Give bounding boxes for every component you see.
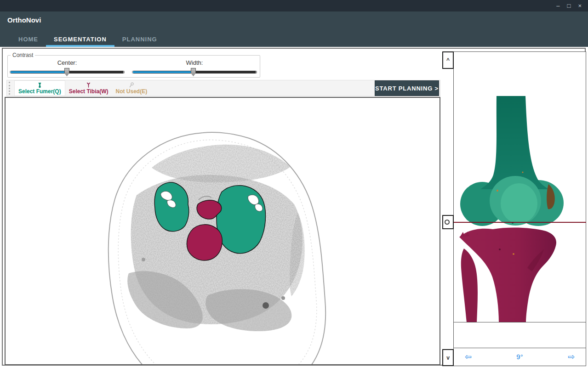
rotate-left-button[interactable]: ⇦: [465, 353, 472, 361]
center-slider-label: Center:: [10, 59, 125, 66]
slice-up-button[interactable]: ^: [442, 51, 454, 69]
select-tibia-label: Select Tibia(W): [69, 88, 108, 95]
tab-home[interactable]: HOME: [11, 32, 46, 47]
width-slider-thumb[interactable]: [191, 68, 196, 76]
rotation-angle: 9°: [516, 353, 523, 361]
femur-3d: [460, 96, 564, 226]
tab-bar: HOME SEGMENTATION PLANNING: [11, 32, 165, 47]
magnifier-icon: [129, 82, 134, 88]
contrast-groupbox: Contrast Center: Width:: [7, 52, 260, 78]
slice-slider[interactable]: ^ v: [442, 51, 454, 366]
width-slider-fill: [133, 71, 193, 73]
center-slider-thumb[interactable]: [64, 68, 69, 76]
select-femur-button[interactable]: Select Fumer(Q): [14, 80, 65, 96]
ct-slice-image: [6, 98, 440, 364]
tibia-icon: [86, 82, 91, 88]
select-tibia-button[interactable]: Select Tibia(W): [65, 80, 112, 96]
contrast-legend: Contrast: [11, 52, 35, 58]
not-used-label: Not Used(E): [116, 88, 148, 95]
slice-down-button[interactable]: v: [442, 349, 454, 366]
toolbar-gripper[interactable]: [9, 82, 11, 95]
close-button[interactable]: ×: [578, 3, 582, 9]
rotation-bar: ⇦ 9° ⇨: [454, 348, 586, 365]
width-slider[interactable]: [132, 68, 257, 76]
minimize-button[interactable]: –: [556, 3, 559, 9]
maximize-button[interactable]: □: [567, 3, 571, 9]
bone-3d-render: [454, 52, 586, 322]
tibia-3d: [459, 228, 556, 322]
app-header: OrthoNovi HOME SEGMENTATION PLANNING: [0, 11, 588, 47]
bone-3d-view[interactable]: [454, 52, 586, 322]
femur-icon: [37, 82, 42, 88]
center-slider-fill: [11, 71, 66, 73]
bone-3d-panel: ⇦ 9° ⇨: [453, 51, 586, 366]
panel-spacer: [454, 322, 586, 348]
width-slider-label: Width:: [132, 59, 257, 66]
not-used-button[interactable]: Not Used(E): [112, 80, 151, 96]
slice-position-thumb[interactable]: [442, 215, 454, 229]
select-femur-label: Select Fumer(Q): [18, 88, 61, 95]
start-planning-button[interactable]: START PLANNING >: [375, 80, 439, 96]
ct-slice-view[interactable]: [5, 97, 440, 365]
titlebar: – □ ×: [0, 0, 588, 11]
center-slider[interactable]: [10, 68, 125, 76]
rotate-right-button[interactable]: ⇨: [568, 353, 575, 361]
tab-planning[interactable]: PLANNING: [114, 32, 165, 47]
app-title: OrthoNovi: [7, 16, 41, 24]
tab-segmentation[interactable]: SEGMENTATION: [46, 32, 114, 47]
segmentation-toolbar: Select Fumer(Q) Select Tibia(W) Not Used…: [6, 80, 440, 96]
slice-marker-icon: [445, 220, 450, 225]
